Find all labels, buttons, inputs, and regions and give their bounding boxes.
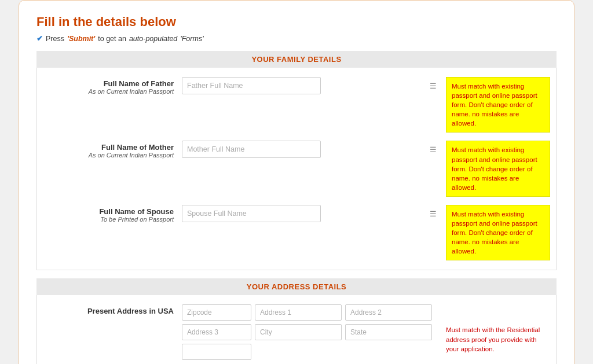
state-input[interactable] xyxy=(345,324,432,340)
spouse-input-icon: ☰ xyxy=(430,209,437,218)
address3-input[interactable] xyxy=(182,324,251,340)
spouse-tooltip: Must match with existing passport and on… xyxy=(446,205,550,260)
family-section-body: Full Name of Father As on Current Indian… xyxy=(36,68,557,270)
mother-label-sub: As on Current Indian Passport xyxy=(43,152,174,159)
family-section-header: YOUR FAMILY DETAILS xyxy=(36,51,557,68)
zipcode-input[interactable] xyxy=(182,304,251,321)
hint-press: Press xyxy=(46,35,64,43)
address-tooltip: Must match with the Residential address … xyxy=(446,325,550,353)
father-name-input[interactable] xyxy=(182,77,321,94)
father-label-sub: As on Current Indian Passport xyxy=(43,88,174,95)
mother-label-col: Full Name of Mother As on Current Indian… xyxy=(43,141,182,159)
mother-input-col: ☰ xyxy=(182,141,440,158)
hint-submit-word: 'Submit' xyxy=(67,35,95,43)
spouse-label-main: Full Name of Spouse xyxy=(43,207,174,216)
mother-input-icon: ☰ xyxy=(430,145,437,154)
address-inputs: USA Must match with the Residential addr… xyxy=(182,304,550,363)
mother-label-main: Full Name of Mother xyxy=(43,143,174,152)
mother-name-input[interactable] xyxy=(182,141,321,158)
father-input-icon: ☰ xyxy=(430,82,437,90)
checkmark-icon: ✔ xyxy=(36,34,43,43)
mother-row: Full Name of Mother As on Current Indian… xyxy=(43,141,550,196)
hint-forms: 'Forms' xyxy=(180,35,203,43)
addr-row-1 xyxy=(182,304,550,321)
address1-input[interactable] xyxy=(255,304,342,321)
address2-input[interactable] xyxy=(345,304,432,321)
father-tooltip: Must match with existing passport and on… xyxy=(446,77,550,133)
hint-middle: to get an xyxy=(98,35,126,43)
father-label-main: Full Name of Father xyxy=(43,79,174,88)
spouse-input-col: ☰ xyxy=(182,205,440,222)
father-input-col: ☰ xyxy=(182,77,440,94)
address-section: YOUR ADDRESS DETAILS Present Address in … xyxy=(36,278,557,364)
submit-hint: ✔ Press 'Submit' to get an auto-populate… xyxy=(36,34,557,43)
city-input[interactable] xyxy=(255,324,342,340)
page-title: Fill in the details below xyxy=(36,14,557,30)
spouse-label-sub: To be Printed on Passport xyxy=(43,216,174,223)
spouse-label-col: Full Name of Spouse To be Printed on Pas… xyxy=(43,205,182,223)
spouse-row: Full Name of Spouse To be Printed on Pas… xyxy=(43,205,550,260)
address-section-body: Present Address in USA USA xyxy=(36,295,557,364)
hint-autopop: auto-populated xyxy=(129,35,177,43)
present-address-label: Present Address in USA xyxy=(43,304,182,315)
form-container: Fill in the details below ✔ Press 'Submi… xyxy=(19,0,574,364)
present-address-row: Present Address in USA USA xyxy=(43,304,550,363)
father-row: Full Name of Father As on Current Indian… xyxy=(43,77,550,133)
family-section: YOUR FAMILY DETAILS Full Name of Father … xyxy=(36,51,557,270)
country-input[interactable]: USA xyxy=(182,344,251,360)
spouse-name-input[interactable] xyxy=(182,205,321,222)
father-label-col: Full Name of Father As on Current Indian… xyxy=(43,77,182,95)
address-section-header: YOUR ADDRESS DETAILS xyxy=(36,278,557,295)
mother-tooltip: Must match with existing passport and on… xyxy=(446,141,550,196)
